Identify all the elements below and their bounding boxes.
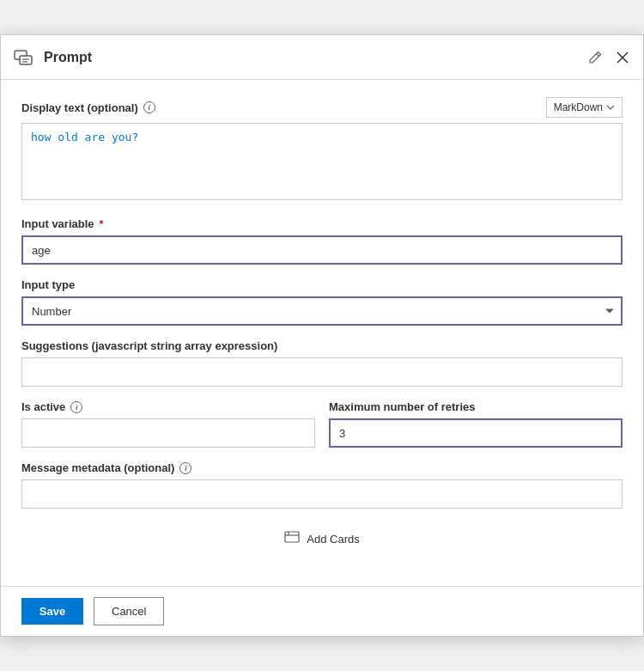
prompt-dialog: Prompt Display text (optional) <box>0 34 644 637</box>
suggestions-label-text: Suggestions (javascript string array exp… <box>21 339 277 352</box>
input-variable-input[interactable] <box>21 235 623 265</box>
display-text-label: Display text (optional) <box>21 101 138 114</box>
is-active-group: Is active i <box>21 400 315 448</box>
display-text-label-left: Display text (optional) i <box>21 101 155 114</box>
input-type-select[interactable]: Number Text Date Time DateTime <box>21 296 623 326</box>
max-retries-group: Maximum number of retries <box>329 400 623 448</box>
edit-button[interactable] <box>585 47 605 68</box>
add-cards-label: Add Cards <box>307 533 359 546</box>
message-metadata-info-icon[interactable]: i <box>179 462 191 474</box>
svg-rect-7 <box>285 532 299 542</box>
chevron-down-icon <box>606 105 615 110</box>
message-metadata-group: Message metadata (optional) i <box>21 461 623 509</box>
is-active-input[interactable] <box>21 418 315 448</box>
is-active-label-text: Is active <box>21 400 65 413</box>
dialog-header: Prompt <box>1 35 643 80</box>
input-type-select-wrapper: Number Text Date Time DateTime <box>21 296 623 326</box>
save-button[interactable]: Save <box>21 598 83 625</box>
dialog-body: Display text (optional) i MarkDown Input… <box>1 80 643 586</box>
add-cards-icon <box>284 531 300 546</box>
input-type-label-text: Input type <box>21 278 75 291</box>
suggestions-input[interactable] <box>21 357 623 387</box>
two-col-row: Is active i Maximum number of retries <box>21 400 623 461</box>
close-button[interactable] <box>612 47 633 68</box>
display-text-info-icon[interactable]: i <box>143 101 155 113</box>
suggestions-group: Suggestions (javascript string array exp… <box>21 339 623 387</box>
input-variable-required: * <box>100 217 104 230</box>
max-retries-input[interactable] <box>329 418 623 448</box>
display-text-group: Display text (optional) i MarkDown <box>21 97 623 204</box>
max-retries-label: Maximum number of retries <box>329 400 623 413</box>
input-variable-label-row: Input variable * <box>21 217 623 230</box>
max-retries-label-text: Maximum number of retries <box>329 400 476 413</box>
markdown-label: MarkDown <box>554 101 603 113</box>
input-variable-label: Input variable <box>21 217 94 230</box>
markdown-dropdown[interactable]: MarkDown <box>546 97 623 118</box>
is-active-label-row: Is active i <box>21 400 315 413</box>
prompt-dialog-icon <box>11 46 35 70</box>
suggestions-label: Suggestions (javascript string array exp… <box>21 339 623 352</box>
message-metadata-label-row: Message metadata (optional) i <box>21 461 623 474</box>
message-metadata-label-text: Message metadata (optional) <box>21 461 174 474</box>
display-text-label-row: Display text (optional) i MarkDown <box>21 97 623 118</box>
dialog-title: Prompt <box>44 50 585 65</box>
input-type-label: Input type <box>21 278 623 291</box>
cancel-button[interactable]: Cancel <box>94 597 164 625</box>
input-type-group: Input type Number Text Date Time DateTim… <box>21 278 623 326</box>
display-text-input[interactable] <box>21 123 623 200</box>
svg-line-4 <box>597 53 599 56</box>
message-metadata-input[interactable] <box>21 479 623 509</box>
svg-rect-1 <box>20 56 32 64</box>
add-cards-button[interactable]: Add Cards <box>21 522 623 555</box>
header-actions <box>585 47 633 68</box>
dialog-footer: Save Cancel <box>1 586 643 636</box>
input-variable-group: Input variable * <box>21 217 623 265</box>
is-active-info-icon[interactable]: i <box>70 401 82 413</box>
